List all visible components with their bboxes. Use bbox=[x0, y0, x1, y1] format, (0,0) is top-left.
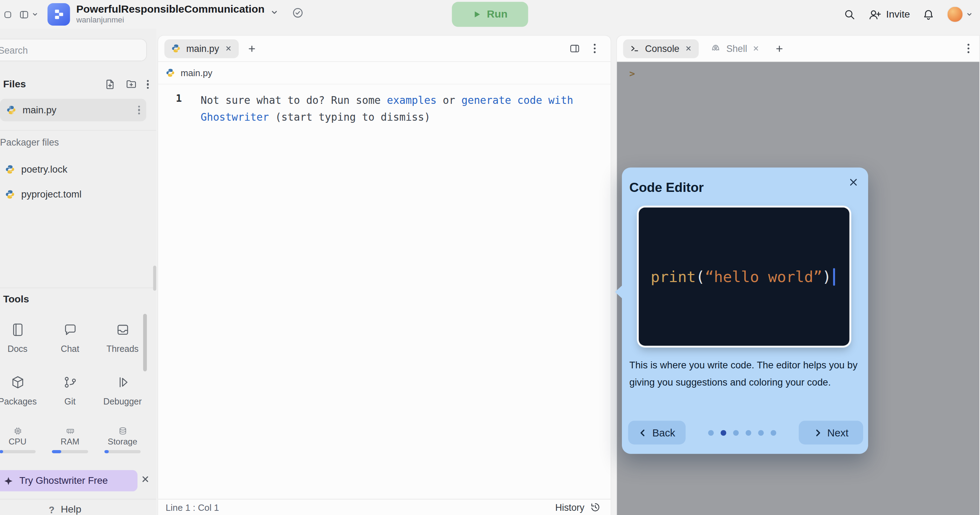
tool-docs[interactable]: Docs bbox=[0, 316, 44, 369]
divider bbox=[0, 499, 156, 499]
placeholder-text: or bbox=[437, 94, 461, 106]
replit-logo-icon bbox=[52, 8, 65, 21]
panel-resize-handle[interactable] bbox=[153, 266, 156, 290]
replit-workspace: PowerfulResponsibleCommunication wanlanj… bbox=[0, 0, 980, 515]
console-kebab-menu-icon[interactable] bbox=[967, 44, 969, 53]
storage-icon bbox=[118, 426, 127, 436]
editor-statusbar: Line 1 : Col 1 History bbox=[158, 499, 611, 515]
search-input[interactable] bbox=[0, 45, 146, 55]
bell-icon[interactable] bbox=[923, 8, 934, 20]
tab-console[interactable]: Console bbox=[623, 39, 699, 57]
tool-git[interactable]: Git bbox=[44, 369, 97, 421]
next-label: Next bbox=[827, 427, 848, 438]
history-button[interactable]: History bbox=[555, 502, 600, 513]
project-menu-chevron-icon[interactable] bbox=[271, 9, 278, 16]
help-button[interactable]: ? Help bbox=[49, 504, 81, 515]
editor-kebab-menu-icon[interactable] bbox=[593, 44, 596, 53]
tab-close-icon[interactable] bbox=[225, 45, 232, 52]
chat-icon bbox=[63, 322, 77, 337]
file-row-pyproject-toml[interactable]: pyproject.toml bbox=[0, 185, 88, 204]
split-layout-icon[interactable] bbox=[569, 43, 580, 54]
packager-files-header: Packager files bbox=[0, 137, 59, 147]
tour-step-dot-3[interactable] bbox=[733, 430, 739, 435]
project-meta[interactable]: PowerfulResponsibleCommunication wanlanj… bbox=[76, 3, 264, 25]
divider bbox=[0, 130, 156, 131]
sidebar-search[interactable] bbox=[0, 38, 147, 61]
python-icon bbox=[171, 44, 181, 53]
python-icon bbox=[6, 105, 16, 115]
shell-icon bbox=[711, 43, 721, 54]
tab-close-icon[interactable] bbox=[685, 45, 692, 52]
account-menu[interactable] bbox=[947, 6, 973, 22]
file-row-main-py[interactable]: main.py bbox=[0, 99, 146, 121]
back-label: Back bbox=[652, 427, 675, 438]
breadcrumb[interactable]: main.py bbox=[158, 62, 611, 84]
chevron-down-icon bbox=[966, 11, 973, 18]
sidebar: Files main.py Packager files bbox=[0, 29, 156, 515]
tab-label: Console bbox=[645, 43, 679, 54]
tour-step-dot-4[interactable] bbox=[746, 430, 751, 435]
square-icon[interactable] bbox=[4, 10, 12, 18]
tour-title: Code Editor bbox=[629, 180, 703, 195]
topbar-right-controls: Invite bbox=[843, 0, 973, 29]
sidebar-toggle-icon[interactable] bbox=[19, 10, 38, 19]
packages-icon bbox=[10, 375, 25, 389]
cursor-position: Line 1 : Col 1 bbox=[165, 502, 219, 513]
tab-shell[interactable]: Shell bbox=[704, 39, 767, 57]
tour-step-dot-2[interactable] bbox=[721, 430, 726, 435]
examples-link[interactable]: examples bbox=[387, 94, 437, 106]
ghostwriter-cta-button[interactable]: Try Ghostwriter Free bbox=[0, 470, 137, 491]
cta-close-icon[interactable] bbox=[142, 475, 150, 483]
chevron-down-icon bbox=[32, 11, 38, 18]
threads-icon bbox=[115, 322, 130, 337]
add-folder-icon[interactable] bbox=[126, 79, 137, 90]
code-token-paren: ) bbox=[822, 268, 831, 285]
tour-next-button[interactable]: Next bbox=[799, 421, 863, 445]
tool-debugger[interactable]: Debugger bbox=[96, 369, 149, 421]
file-row-poetry-lock[interactable]: poetry.lock bbox=[0, 160, 74, 179]
git-icon bbox=[63, 375, 77, 389]
editor-pane: main.py main.py 1 bbox=[158, 35, 611, 515]
tour-step-dot-1[interactable] bbox=[708, 430, 714, 435]
tool-threads[interactable]: Threads bbox=[96, 316, 149, 369]
python-icon bbox=[5, 164, 15, 175]
magnifier-icon[interactable] bbox=[843, 8, 856, 20]
code-editor[interactable]: 1 Not sure what to do? Run some examples… bbox=[158, 85, 611, 126]
divider bbox=[0, 288, 156, 289]
new-tab-plus-icon[interactable] bbox=[775, 44, 784, 53]
project-name: PowerfulResponsibleCommunication bbox=[76, 3, 264, 16]
tab-close-icon[interactable] bbox=[753, 45, 760, 52]
meter-cpu[interactable]: CPU bbox=[0, 426, 44, 453]
file-kebab-menu-icon[interactable] bbox=[138, 105, 140, 114]
files-header-label: Files bbox=[3, 79, 26, 90]
tool-packages[interactable]: Packages bbox=[0, 369, 44, 421]
check-circle-icon[interactable] bbox=[292, 7, 304, 19]
help-icon: ? bbox=[49, 504, 54, 515]
files-kebab-menu-icon[interactable] bbox=[146, 80, 149, 89]
file-name: main.py bbox=[22, 105, 56, 116]
meter-ram[interactable]: RAM bbox=[44, 426, 97, 453]
new-tab-plus-icon[interactable] bbox=[247, 44, 256, 53]
python-icon bbox=[5, 190, 15, 199]
debugger-icon bbox=[115, 375, 130, 389]
tour-close-icon[interactable] bbox=[849, 177, 858, 187]
tour-step-dot-6[interactable] bbox=[771, 430, 776, 435]
tour-back-button[interactable]: Back bbox=[628, 421, 686, 445]
meter-storage[interactable]: Storage bbox=[96, 426, 149, 453]
topbar-left-controls bbox=[4, 0, 38, 29]
history-label: History bbox=[555, 502, 584, 513]
tab-main-py[interactable]: main.py bbox=[164, 39, 239, 57]
invite-button[interactable]: Invite bbox=[868, 8, 910, 20]
chevron-right-icon bbox=[813, 428, 821, 437]
tour-step-dot-5[interactable] bbox=[758, 430, 764, 435]
project-avatar[interactable] bbox=[47, 3, 70, 26]
user-avatar[interactable] bbox=[947, 6, 963, 22]
console-prompt-icon bbox=[630, 44, 640, 53]
chevron-left-icon bbox=[638, 428, 646, 437]
sidebar-scrollbar[interactable] bbox=[143, 314, 147, 372]
add-file-icon[interactable] bbox=[104, 79, 115, 90]
run-button[interactable]: Run bbox=[452, 2, 528, 27]
tool-chat[interactable]: Chat bbox=[44, 316, 97, 369]
code-token-paren: ( bbox=[696, 268, 705, 285]
python-icon bbox=[165, 68, 175, 78]
